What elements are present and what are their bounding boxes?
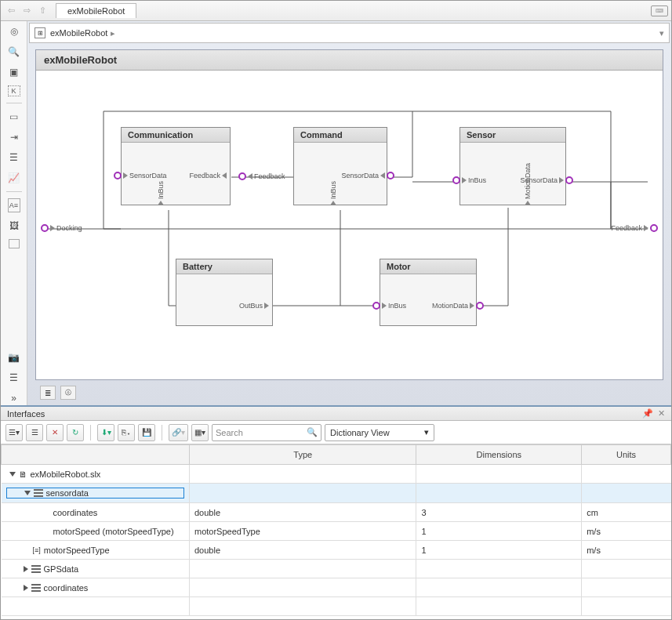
model-tab[interactable]: exMobileRobot (56, 3, 136, 18)
col-type[interactable]: Type (190, 445, 416, 465)
chevron-right-icon: ▸ (111, 28, 115, 38)
bus-icon (31, 584, 41, 592)
file-icon: 🗎 (19, 470, 27, 479)
docking-port[interactable]: Docking (41, 224, 82, 232)
search-icon: 🔍 (307, 427, 318, 437)
zoom-icon[interactable]: 🔍 (7, 45, 21, 59)
text-icon[interactable]: A≡ (8, 198, 20, 212)
camera-icon[interactable]: 📷 (7, 350, 21, 364)
disclosure-icon[interactable] (24, 491, 31, 495)
close-icon[interactable]: ✕ (658, 408, 665, 419)
export-button[interactable]: ⎘▾ (118, 424, 135, 441)
refresh-button[interactable]: ↻ (67, 424, 84, 441)
table-row[interactable]: 🗎exMobileRobot.slx (2, 465, 671, 484)
table-row[interactable]: sensordata (2, 484, 671, 503)
list-icon[interactable]: ☰ (7, 371, 21, 385)
breadcrumb-text: exMobileRobot (50, 28, 107, 38)
sensor-block[interactable]: Sensor InBus SensorData MotionData (460, 127, 566, 205)
dropdown-icon[interactable]: ▾ (659, 28, 664, 38)
col-units[interactable]: Units (582, 445, 671, 465)
link-button[interactable]: 🔗▾ (169, 424, 188, 441)
image-icon[interactable]: 🖼 (7, 219, 21, 233)
disclosure-icon[interactable] (9, 472, 16, 477)
canvas[interactable]: exMobileRobot Docking Feedback (35, 49, 663, 380)
save-button[interactable]: 💾 (138, 424, 155, 441)
elem-icon: [≡] (33, 546, 41, 554)
add-bus-button[interactable]: ☰▾ (5, 424, 23, 441)
nav-up-icon[interactable]: ⇧ (35, 4, 49, 18)
bus-icon (34, 489, 43, 497)
col-dims[interactable]: Dimensions (416, 445, 582, 465)
pin-icon[interactable]: 📌 (642, 408, 653, 419)
feedback-label: Feedback (238, 172, 285, 180)
box-icon[interactable] (9, 239, 20, 248)
layout2-icon[interactable]: ⇥ (7, 130, 21, 144)
add-elem-button[interactable]: ☰ (26, 424, 43, 441)
db-icon[interactable]: ≣ (40, 386, 56, 400)
search-input[interactable]: Search🔍 (212, 424, 321, 441)
feedback-port[interactable]: Feedback (611, 224, 658, 232)
layout1-icon[interactable]: ▭ (7, 110, 21, 124)
expand-icon[interactable]: » (7, 391, 21, 405)
nav-back-icon[interactable]: ⇦ (4, 4, 18, 18)
k-icon[interactable]: K (8, 85, 20, 96)
table-row[interactable]: GPSdata (2, 560, 671, 578)
view-button[interactable]: ▦▾ (191, 424, 209, 441)
table-row[interactable]: coordinates (2, 578, 671, 597)
left-toolbar: ◎ 🔍 ▣ K ▭ ⇥ ☰ 📈 A≡ 🖼 📷 ☰ » (1, 21, 27, 405)
delete-button[interactable]: ✕ (46, 424, 64, 441)
breadcrumb[interactable]: ⊞ exMobileRobot ▸ ▾ (29, 23, 670, 43)
chart-icon[interactable]: 📈 (7, 171, 21, 185)
view-select[interactable]: Dictionary View▾ (325, 424, 434, 441)
diagram-title: exMobileRobot (36, 50, 663, 71)
table-row[interactable]: [≡]motorSpeedTypedouble1m/s (2, 541, 671, 560)
hierarchy-icon[interactable]: ⦾ (60, 386, 76, 400)
command-block[interactable]: Command SensorData InBus (293, 127, 387, 205)
model-icon: ⊞ (35, 27, 45, 38)
table-row[interactable]: motorSpeed (motorSpeedType)motorSpeedTyp… (2, 522, 671, 541)
import-button[interactable]: ⬇▾ (97, 424, 114, 441)
motor-block[interactable]: Motor InBus MotionData (380, 259, 477, 326)
table-row[interactable]: coordinatesdouble3cm (2, 503, 671, 522)
title-bar: ⇦ ⇨ ⇧ exMobileRobot ⌨ (1, 1, 671, 21)
target-icon[interactable]: ◎ (7, 24, 21, 38)
bus-icon (31, 565, 41, 573)
nav-fwd-icon[interactable]: ⇨ (20, 4, 34, 18)
fit-icon[interactable]: ▣ (7, 65, 21, 79)
interfaces-toolbar: ☰▾ ☰ ✕ ↻ ⬇▾ ⎘▾ 💾 🔗▾ ▦▾ Search🔍 Dictionar… (1, 421, 671, 444)
interfaces-header: Interfaces 📌✕ (1, 405, 671, 421)
disclosure-icon[interactable] (24, 585, 28, 591)
chevron-down-icon: ▾ (424, 427, 429, 437)
battery-block[interactable]: Battery OutBus (176, 259, 273, 326)
interfaces-table: Type Dimensions Units 🗎exMobileRobot.slx… (1, 444, 671, 616)
disclosure-icon[interactable] (24, 566, 28, 572)
communication-block[interactable]: Communication SensorData Feedback InBus (121, 127, 231, 205)
keyboard-icon[interactable]: ⌨ (651, 5, 668, 16)
layout3-icon[interactable]: ☰ (7, 150, 21, 165)
